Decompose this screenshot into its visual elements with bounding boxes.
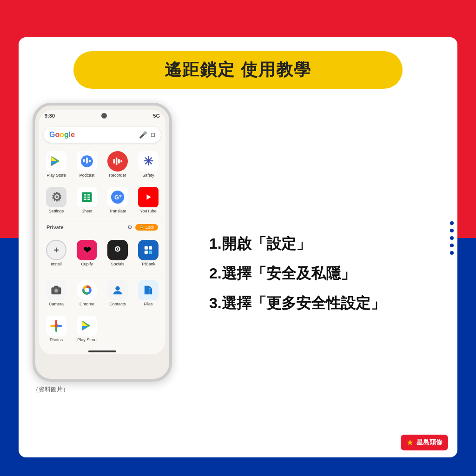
status-bar: 9:30 5G <box>39 110 165 123</box>
install-icon: + <box>46 240 66 260</box>
svg-point-30 <box>55 289 58 292</box>
svg-rect-5 <box>116 158 118 165</box>
app-label-files: Files <box>144 302 152 306</box>
contacts-icon <box>107 280 128 300</box>
app-label-translate: Translate <box>109 209 126 213</box>
svg-rect-1 <box>83 159 85 162</box>
playstore-icon <box>46 151 66 172</box>
svg-rect-19 <box>111 244 124 257</box>
private-label: Private <box>46 225 64 230</box>
step1: 1.開啟「設定」 <box>209 232 443 255</box>
private-header: Private ⚙ 🔒 Lock <box>46 224 158 231</box>
svg-text:G: G <box>114 194 119 201</box>
brand-star-icon: ★ <box>406 437 414 448</box>
svg-rect-13 <box>84 199 86 200</box>
phone-frame: 9:30 5G Google 🎤 ⊡ <box>33 103 172 382</box>
dot-1 <box>450 221 454 225</box>
svg-rect-11 <box>84 197 86 198</box>
app-label-recorder: Recorder <box>109 173 126 178</box>
svg-rect-38 <box>145 286 150 295</box>
instructions-panel: 1.開啟「設定」 2.選擇「安全及私隱」 3.選擇「更多安全性設定」 <box>205 103 443 443</box>
divider2 <box>43 273 162 273</box>
svg-rect-2 <box>86 158 88 164</box>
svg-rect-3 <box>89 160 91 162</box>
sheets-icon <box>77 187 97 207</box>
app-playstore2[interactable]: Play Store <box>73 314 101 344</box>
app-socials[interactable]: Socials <box>103 238 132 268</box>
step2: 2.選擇「安全及私隱」 <box>209 262 443 284</box>
app-label-playstore: Play Store <box>46 173 66 178</box>
google-search-bar[interactable]: Google 🎤 ⊡ <box>44 127 161 143</box>
svg-rect-12 <box>87 197 90 198</box>
app-label-chrome: Chrome <box>79 302 94 306</box>
lock-button[interactable]: 🔒 Lock <box>135 224 158 231</box>
main-card: 遙距鎖定 使用教學 9:30 5G <box>19 37 457 457</box>
app-grid-row1: Play Store Podcast <box>39 146 165 182</box>
dot-3 <box>450 236 454 240</box>
status-camera <box>101 113 107 121</box>
phone-screen: 9:30 5G Google 🎤 ⊡ <box>39 110 165 354</box>
translate-icon: G <box>107 187 128 207</box>
app-playstore[interactable]: Play Store <box>42 149 71 179</box>
divider1 <box>43 220 162 220</box>
app-photos[interactable]: Photos <box>42 314 71 344</box>
svg-rect-14 <box>87 199 90 200</box>
app-label-install: Install <box>51 262 62 266</box>
app-label-settings: Settings <box>49 209 64 213</box>
svg-rect-8 <box>82 192 92 202</box>
app-sheets[interactable]: Sheet <box>73 185 101 215</box>
files-icon <box>138 280 159 300</box>
cupify-icon: ❤ <box>77 240 97 260</box>
lock-label: 🔒 Lock <box>139 225 154 230</box>
lens-icon[interactable]: ⊡ <box>151 132 155 138</box>
app-grid-row2: ⚙ Settings <box>39 182 165 218</box>
svg-rect-4 <box>113 159 115 163</box>
svg-point-36 <box>115 286 119 291</box>
caption: （資料圖片） <box>33 385 191 394</box>
app-label-cupify: Cupify <box>81 262 93 266</box>
svg-rect-22 <box>142 244 155 257</box>
app-chrome[interactable]: Chrome <box>73 278 101 308</box>
app-label-sheets: Sheet <box>81 209 93 213</box>
body-section: 9:30 5G Google 🎤 ⊡ <box>33 103 443 443</box>
decorative-dots <box>450 221 454 255</box>
instructions-text: 1.開啟「設定」 2.選擇「安全及私隱」 3.選擇「更多安全性設定」 <box>209 232 443 314</box>
podcast-icon <box>77 151 97 172</box>
svg-rect-9 <box>84 194 86 195</box>
chrome-icon <box>77 280 97 300</box>
svg-rect-24 <box>149 246 152 250</box>
app-cupify[interactable]: ❤ Cupify <box>73 238 101 268</box>
recorder-icon <box>107 151 128 172</box>
app-podcast[interactable]: Podcast <box>73 149 101 179</box>
app-camera[interactable]: Camera <box>42 278 71 308</box>
app-install[interactable]: + Install <box>42 238 71 268</box>
microphone-icon[interactable]: 🎤 <box>139 131 147 139</box>
app-files[interactable]: Files <box>134 278 163 308</box>
svg-rect-6 <box>118 159 119 163</box>
private-gear-icon[interactable]: ⚙ <box>127 224 132 231</box>
svg-rect-23 <box>145 246 148 250</box>
app-recorder[interactable]: Recorder <box>103 149 132 179</box>
dot-5 <box>450 251 454 255</box>
app-grid-row3: + Install ❤ Cupify <box>39 235 165 271</box>
app-youtube[interactable]: YouTube <box>134 185 163 215</box>
svg-rect-39 <box>149 289 152 295</box>
app-label-camera: Camera <box>49 302 64 306</box>
app-safety[interactable]: ✳ Safety <box>134 149 163 179</box>
app-grid-row4: Camera <box>39 275 165 311</box>
photos-icon <box>46 316 66 336</box>
app-contacts[interactable]: Contacts <box>103 278 132 308</box>
tribank-icon <box>138 240 159 260</box>
title-banner: 遙距鎖定 使用教學 <box>73 51 402 89</box>
youtube-icon <box>138 187 159 207</box>
app-settings[interactable]: ⚙ Settings <box>42 185 71 215</box>
google-logo: Google <box>49 131 75 139</box>
svg-point-34 <box>85 288 89 292</box>
svg-rect-25 <box>145 251 148 254</box>
title-text: 遙距鎖定 使用教學 <box>165 60 311 79</box>
safety-icon: ✳ <box>138 151 159 172</box>
app-tribank[interactable]: TriBank <box>134 238 163 268</box>
app-translate[interactable]: G Translate <box>103 185 132 215</box>
socials-icon <box>107 240 128 260</box>
status-time: 9:30 <box>45 113 55 121</box>
